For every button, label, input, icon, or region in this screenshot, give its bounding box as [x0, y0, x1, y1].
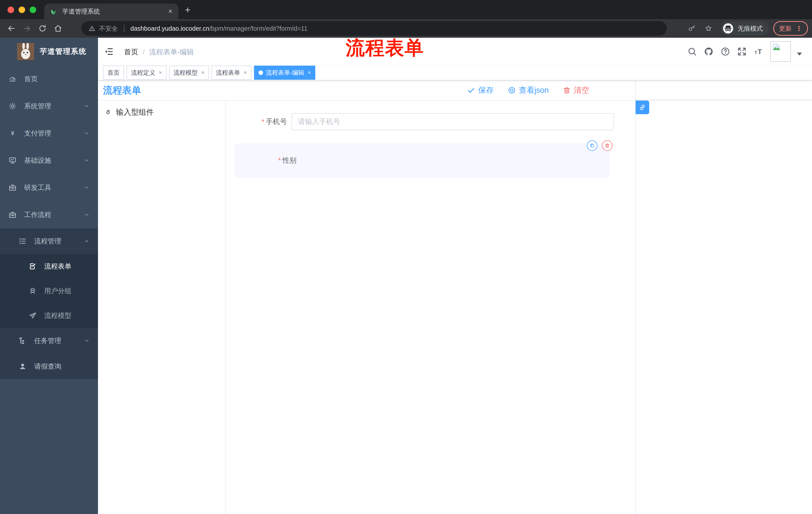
tag-label: 流程模型: [174, 69, 198, 77]
sidebar-item-工作流程[interactable]: 工作流程: [0, 201, 98, 228]
forward-icon[interactable]: [23, 24, 31, 33]
sidebar-item-首页[interactable]: 首页: [0, 65, 98, 92]
tag-active-dot: [259, 71, 263, 75]
favicon-leaf-icon: [50, 7, 58, 15]
chev-down-icon: [84, 131, 89, 136]
form-toolbar: 流程表单 保存查看json清空: [98, 80, 635, 101]
sidebar-item-支付管理[interactable]: ¥支付管理: [0, 120, 98, 147]
tags-view-bar: 首页流程定义×流程模型×流程表单×流程表单-编辑×: [98, 65, 812, 80]
sidebar-item-label: 基础设施: [24, 156, 51, 165]
mac-zoom-button[interactable]: [30, 6, 36, 13]
puzzle-icon: [105, 108, 112, 116]
reload-icon[interactable]: [38, 24, 47, 33]
tag-close-icon[interactable]: ×: [159, 70, 162, 76]
sidebar-item-用户分组[interactable]: 用户分组: [0, 279, 98, 303]
tag-close-icon[interactable]: ×: [201, 70, 204, 76]
incognito-icon: [723, 23, 734, 34]
sidebar-item-任务管理[interactable]: 任务管理: [0, 328, 98, 354]
button-label: 查看json: [519, 85, 549, 96]
yen-icon: ¥: [8, 129, 17, 137]
mac-minimize-button[interactable]: [19, 6, 25, 13]
task-tree-icon: [19, 337, 27, 345]
breadcrumb: 首页 / 流程表单-编辑: [124, 47, 194, 57]
chev-up-icon: [84, 212, 89, 218]
browser-right-controls: 无痕模式 更新 ⋮: [688, 19, 812, 38]
tab-close-icon[interactable]: ×: [168, 7, 172, 15]
清空-button[interactable]: 清空: [563, 85, 589, 96]
chev-down-icon: [84, 158, 89, 163]
app-title: 芋道管理系统: [40, 47, 86, 57]
link-icon: [639, 104, 646, 111]
sidebar-item-请假查询[interactable]: 请假查询: [0, 354, 98, 379]
mac-close-button[interactable]: [7, 6, 14, 13]
help-icon[interactable]: [721, 47, 730, 56]
incognito-label: 无痕模式: [737, 24, 763, 33]
users-icon: [29, 287, 37, 295]
send-icon: [29, 312, 37, 320]
bookmark-star-icon[interactable]: [704, 24, 713, 32]
selected-component-gender[interactable]: *性别: [235, 143, 609, 178]
back-icon[interactable]: [7, 24, 16, 33]
avatar[interactable]: [770, 41, 791, 62]
new-tab-button[interactable]: +: [185, 4, 191, 15]
copy-component-button[interactable]: [587, 140, 598, 151]
key-icon[interactable]: [688, 24, 696, 32]
eye-json-icon: [508, 86, 516, 94]
tag-流程定义[interactable]: 流程定义×: [127, 65, 167, 80]
annotation-title: 流程表单: [346, 35, 424, 61]
svg-text:T: T: [758, 48, 762, 56]
trash-icon: [563, 86, 571, 94]
保存-button[interactable]: 保存: [467, 85, 494, 96]
app-header: 首页 / 流程表单-编辑 TT: [98, 38, 812, 65]
sidebar-item-label: 研发工具: [24, 183, 51, 192]
fullscreen-icon[interactable]: [737, 47, 747, 56]
sidebar-item-label: 流程管理: [34, 237, 61, 246]
phone-field-label: *手机号: [226, 117, 287, 127]
search-icon[interactable]: [687, 47, 697, 56]
sidebar-fold-icon[interactable]: [104, 47, 114, 56]
breadcrumb-home[interactable]: 首页: [124, 47, 138, 57]
browser-tab[interactable]: 芋道管理系统 ×: [44, 3, 178, 19]
check-icon: [467, 86, 475, 94]
link-drawer-button[interactable]: [636, 101, 649, 114]
update-label[interactable]: 更新: [779, 24, 792, 33]
security-label[interactable]: 不安全: [99, 24, 118, 33]
url-host: dashboard.yudao.iocoder.cn: [130, 25, 209, 32]
github-icon[interactable]: [704, 47, 714, 56]
tag-label: 首页: [108, 69, 120, 77]
button-label: 保存: [478, 85, 494, 96]
sidebar-item-流程表单[interactable]: 流程表单: [0, 254, 98, 279]
sidebar-item-label: 支付管理: [24, 129, 51, 138]
avatar-caret-icon[interactable]: [797, 53, 802, 56]
sidebar-item-基础设施[interactable]: 基础设施: [0, 147, 98, 174]
section-title-text: 输入型组件: [116, 107, 154, 117]
tag-流程表单[interactable]: 流程表单×: [211, 65, 252, 80]
breadcrumb-separator: /: [143, 48, 145, 56]
font-size-icon[interactable]: TT: [754, 47, 763, 56]
delete-component-button[interactable]: [602, 140, 612, 151]
tag-流程表单-编辑[interactable]: 流程表单-编辑×: [254, 65, 316, 80]
home-icon[interactable]: [54, 24, 62, 33]
address-bar[interactable]: 不安全 dashboard.yudao.iocoder.cn/bpm/manag…: [81, 21, 667, 36]
查看json-button[interactable]: 查看json: [508, 85, 549, 96]
sidebar-submenu: 流程管理流程表单用户分组流程模型任务管理请假查询: [0, 228, 98, 379]
sidebar-item-label: 流程模型: [44, 311, 71, 320]
update-button[interactable]: 更新 ⋮: [773, 21, 808, 36]
sidebar-item-流程管理[interactable]: 流程管理: [0, 228, 98, 254]
sidebar-item-label: 用户分组: [44, 287, 71, 296]
tag-流程模型[interactable]: 流程模型×: [169, 65, 209, 80]
sidebar-item-流程模型[interactable]: 流程模型: [0, 303, 98, 328]
logo-rabbit-image: [17, 43, 34, 60]
tag-首页[interactable]: 首页: [103, 65, 124, 80]
tag-close-icon[interactable]: ×: [244, 70, 247, 76]
tag-close-icon[interactable]: ×: [308, 70, 311, 76]
button-label: 清空: [574, 85, 589, 96]
phone-input[interactable]: [291, 113, 614, 130]
sidebar-item-系统管理[interactable]: 系统管理: [0, 92, 98, 120]
screen: 芋道管理系统 × + 不安全 dashboard.yudao.iocoder.c…: [0, 0, 812, 514]
url-separator: [124, 25, 124, 32]
trash-icon: [605, 143, 610, 148]
browser-menu-icon[interactable]: ⋮: [796, 25, 802, 32]
sidebar-item-研发工具[interactable]: 研发工具: [0, 174, 98, 201]
gender-field-label: *性别: [235, 156, 296, 165]
